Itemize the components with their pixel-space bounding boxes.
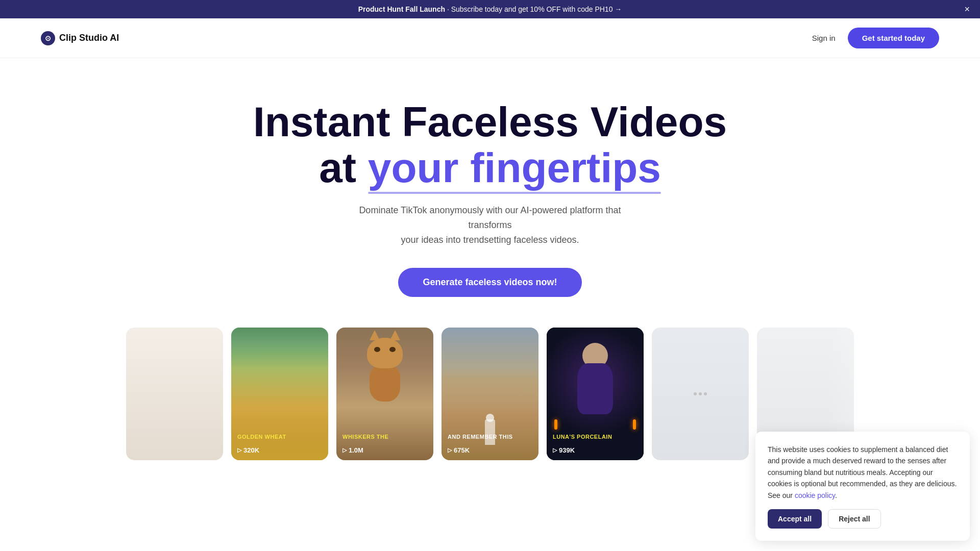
card-fantasy-label: LUNA'S PORCELAIN: [553, 434, 638, 440]
hero-subtext: Dominate TikTok anonymously with our AI-…: [347, 203, 633, 247]
card-inner-canyon: [442, 328, 538, 460]
card-inner-fantasy: [547, 328, 644, 460]
hero-headline-line1: Instant Faceless Videos: [253, 98, 727, 145]
video-card-faded-left[interactable]: [126, 328, 223, 460]
card-fantasy-views: 939K: [553, 446, 575, 454]
logo-icon: ⊙: [41, 31, 55, 45]
hero-headline-plain: at: [319, 144, 368, 191]
cookie-banner: This website uses cookies to supplement …: [755, 432, 970, 541]
reject-cookies-button[interactable]: Reject all: [828, 509, 880, 529]
card-wheat-label: GOLDEN WHEAT: [237, 434, 322, 440]
card-inner-wheat: [231, 328, 328, 460]
announcement-banner: Product Hunt Fall Launch · Subscribe tod…: [0, 0, 980, 18]
cookie-actions: Accept all Reject all: [768, 509, 958, 529]
accept-cookies-button[interactable]: Accept all: [768, 509, 822, 529]
hero-subtext-line2: your ideas into trendsetting faceless vi…: [401, 235, 579, 245]
sign-in-button[interactable]: Sign in: [812, 34, 836, 42]
banner-close-button[interactable]: ×: [964, 5, 970, 14]
main-nav: ⊙ Clip Studio AI Sign in Get started tod…: [0, 18, 980, 58]
cookie-text: This website uses cookies to supplement …: [768, 444, 958, 501]
video-card-faded-right1[interactable]: [652, 328, 749, 460]
get-started-button[interactable]: Get started today: [848, 28, 939, 48]
card-cat-label: WHISKERS THE: [342, 434, 427, 440]
hero-subtext-line1: Dominate TikTok anonymously with our AI-…: [359, 205, 621, 230]
hero-headline: Instant Faceless Videos at your fingerti…: [230, 99, 750, 191]
logo-text: Clip Studio AI: [59, 33, 119, 43]
logo[interactable]: ⊙ Clip Studio AI: [41, 31, 119, 45]
banner-brand: Product Hunt Fall Launch: [358, 5, 445, 13]
video-card-fantasy[interactable]: LUNA'S PORCELAIN 939K: [547, 328, 644, 460]
video-card-canyon[interactable]: AND REMEMBER THIS 675K: [442, 328, 538, 460]
nav-actions: Sign in Get started today: [812, 28, 939, 48]
card-canyon-views: 675K: [448, 446, 470, 454]
banner-separator: ·: [447, 5, 449, 13]
generate-button[interactable]: Generate faceless videos now!: [398, 268, 581, 297]
hero-section: Instant Faceless Videos at your fingerti…: [209, 58, 771, 328]
card-canyon-label: AND REMEMBER THIS: [448, 434, 532, 440]
card-wheat-views: 320K: [237, 446, 259, 454]
video-card-cat[interactable]: WHISKERS THE 1.0M: [336, 328, 433, 460]
hero-headline-highlight: your fingertips: [368, 145, 661, 191]
cookie-policy-link[interactable]: cookie policy: [795, 491, 835, 499]
card-cat-views: 1.0M: [342, 446, 363, 454]
banner-body: Subscribe today and get 10% OFF with cod…: [451, 5, 613, 13]
banner-text: Product Hunt Fall Launch · Subscribe tod…: [358, 5, 622, 13]
banner-arrow: →: [615, 5, 622, 13]
video-card-wheat[interactable]: GOLDEN WHEAT 320K: [231, 328, 328, 460]
card-inner-cat: [336, 328, 433, 460]
